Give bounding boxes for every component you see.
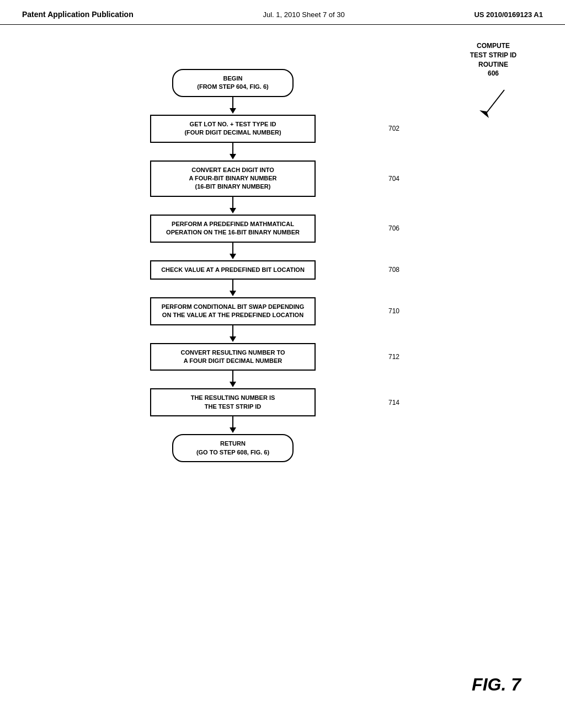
step-710-label: 710 bbox=[388, 307, 399, 315]
content-area: BEGIN (FROM STEP 604, FIG. 6) GET LOT NO… bbox=[0, 25, 565, 720]
routine-label: COMPUTE TEST STRIP ID ROUTINE 606 bbox=[470, 41, 516, 78]
svg-line-16 bbox=[485, 90, 504, 115]
begin-box: BEGIN (FROM STEP 604, FIG. 6) bbox=[172, 69, 294, 97]
arrow-5 bbox=[227, 280, 238, 297]
step-714-label: 714 bbox=[388, 399, 399, 406]
routine-arrow bbox=[477, 87, 510, 122]
step-708-row: CHECK VALUE AT A PREDEFINED BIT LOCATION… bbox=[22, 260, 444, 280]
arrow-3 bbox=[227, 197, 238, 215]
svg-marker-13 bbox=[230, 382, 236, 387]
flowchart: BEGIN (FROM STEP 604, FIG. 6) GET LOT NO… bbox=[22, 36, 444, 709]
step-712-row: CONVERT RESULTING NUMBER TO A FOUR DIGIT… bbox=[22, 343, 444, 371]
return-box: RETURN (GO TO STEP 608, FIG. 6) bbox=[172, 434, 294, 462]
svg-marker-5 bbox=[230, 208, 236, 213]
step-710-row: PERFORM CONDITIONAL BIT SWAP DEPENDING O… bbox=[22, 297, 444, 325]
arrow-4 bbox=[227, 243, 238, 260]
header-left: Patent Application Publication bbox=[22, 10, 134, 19]
step-712-label: 712 bbox=[388, 353, 399, 361]
step-702-row: GET LOT NO. + TEST TYPE ID (FOUR DIGIT D… bbox=[22, 115, 444, 143]
header-right: US 2010/0169123 A1 bbox=[474, 10, 543, 19]
arrow-1 bbox=[227, 97, 238, 115]
arrow-7 bbox=[227, 371, 238, 388]
step-704-label: 704 bbox=[388, 175, 399, 183]
svg-marker-7 bbox=[230, 254, 236, 259]
svg-marker-11 bbox=[230, 336, 236, 342]
step-712-box: CONVERT RESULTING NUMBER TO A FOUR DIGIT… bbox=[150, 343, 316, 371]
step-706-box: PERFORM A PREDEFINED MATHMATICAL OPERATI… bbox=[150, 215, 316, 243]
step-702-label: 702 bbox=[388, 125, 399, 132]
step-706-label: 706 bbox=[388, 224, 399, 232]
step-706-row: PERFORM A PREDEFINED MATHMATICAL OPERATI… bbox=[22, 215, 444, 243]
step-704-box: CONVERT EACH DIGIT INTO A FOUR-BIT BINAR… bbox=[150, 160, 316, 197]
page-header: Patent Application Publication Jul. 1, 2… bbox=[0, 0, 565, 25]
step-710-box: PERFORM CONDITIONAL BIT SWAP DEPENDING O… bbox=[150, 297, 316, 325]
step-714-box: THE RESULTING NUMBER IS THE TEST STRIP I… bbox=[150, 388, 316, 416]
figure-label: FIG. 7 bbox=[472, 675, 521, 695]
step-708-box: CHECK VALUE AT A PREDEFINED BIT LOCATION bbox=[150, 260, 316, 280]
svg-marker-9 bbox=[230, 291, 236, 296]
header-center: Jul. 1, 2010 Sheet 7 of 30 bbox=[263, 10, 344, 19]
step-704-row: CONVERT EACH DIGIT INTO A FOUR-BIT BINAR… bbox=[22, 160, 444, 197]
svg-marker-1 bbox=[230, 108, 236, 114]
svg-marker-3 bbox=[230, 154, 236, 159]
right-panel: COMPUTE TEST STRIP ID ROUTINE 606 bbox=[444, 36, 543, 709]
arrow-2 bbox=[227, 143, 238, 160]
svg-marker-15 bbox=[230, 427, 236, 433]
arrow-8 bbox=[227, 416, 238, 434]
step-714-row: THE RESULTING NUMBER IS THE TEST STRIP I… bbox=[22, 388, 444, 416]
step-708-label: 708 bbox=[388, 266, 399, 274]
step-702-box: GET LOT NO. + TEST TYPE ID (FOUR DIGIT D… bbox=[150, 115, 316, 143]
arrow-6 bbox=[227, 325, 238, 343]
